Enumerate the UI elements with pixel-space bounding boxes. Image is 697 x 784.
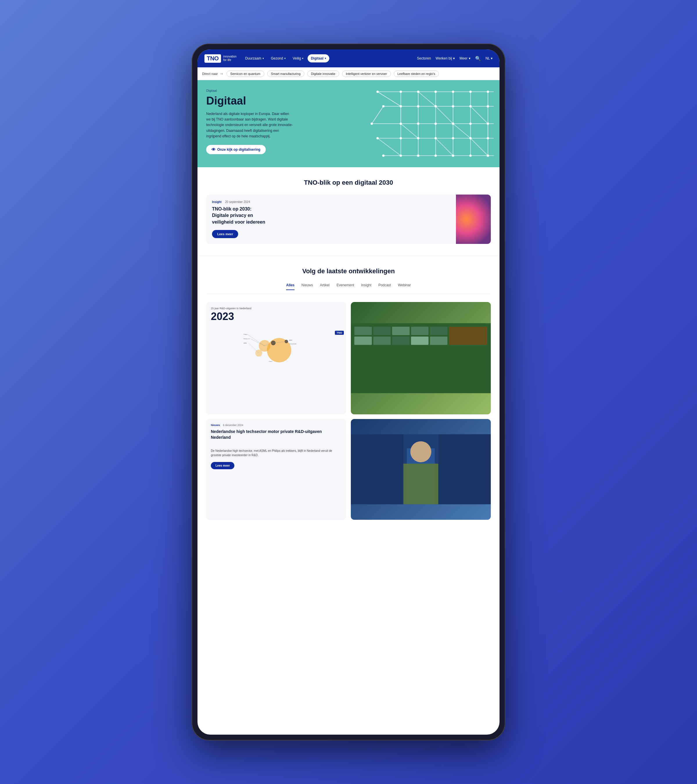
nav-meer[interactable]: Meer ▾ bbox=[460, 56, 470, 60]
svg-point-38 bbox=[400, 122, 402, 125]
logo-block[interactable]: TNO innovationfor life bbox=[204, 54, 236, 63]
chart-card: 25 jaar R&D-uitgaven in Nederland 2023 T… bbox=[206, 302, 346, 414]
subnav-pill-4[interactable]: Leefbare steden en regio's bbox=[394, 71, 439, 77]
direct-naar-label: Direct naar → bbox=[202, 71, 224, 76]
svg-line-19 bbox=[436, 138, 453, 156]
section-blik-title: TNO-blik op een digitaal 2030 bbox=[206, 179, 491, 186]
nav-werken-bij[interactable]: Werken bij ▾ bbox=[436, 56, 455, 60]
svg-text:ASML: ASML bbox=[244, 343, 247, 344]
svg-text:Philips: Philips bbox=[244, 334, 247, 335]
nav-right: Sectoren Werken bij ▾ Meer ▾ 🔍 NL ▾ bbox=[417, 56, 493, 61]
tab-nieuws[interactable]: Nieuws bbox=[302, 283, 313, 290]
chevron-down-icon: ▾ bbox=[453, 56, 455, 60]
tab-artikel[interactable]: Artikel bbox=[320, 283, 330, 290]
svg-point-24 bbox=[400, 91, 402, 93]
svg-line-14 bbox=[418, 92, 436, 106]
chevron-down-icon: ▾ bbox=[325, 57, 326, 60]
svg-rect-77 bbox=[392, 327, 409, 335]
svg-point-32 bbox=[417, 105, 419, 107]
svg-point-40 bbox=[435, 122, 437, 125]
svg-rect-80 bbox=[354, 336, 372, 345]
svg-point-52 bbox=[400, 155, 402, 157]
svg-line-15 bbox=[436, 106, 453, 124]
chart-subtitle: 25 jaar R&D-uitgaven in Nederland bbox=[211, 306, 341, 310]
subnav-pill-0[interactable]: Semicon en quantum bbox=[227, 71, 264, 77]
svg-text:Canon: Canon bbox=[269, 361, 272, 362]
svg-point-28 bbox=[469, 91, 472, 93]
svg-point-26 bbox=[435, 91, 437, 93]
chevron-down-icon: ▾ bbox=[302, 57, 303, 60]
bubble-chart-svg: Philips Boeing.com ASML ASML €741,300,00… bbox=[206, 328, 346, 363]
svg-point-54 bbox=[435, 155, 437, 157]
tab-webinar[interactable]: Webinar bbox=[398, 283, 411, 290]
article-meta: Insight 20 september 2024 bbox=[212, 200, 450, 204]
logo-tno: TNO bbox=[204, 54, 221, 63]
nav-gezond[interactable]: Gezond ▾ bbox=[268, 54, 289, 62]
article-card-techsector: Nieuws 6 december 2024 Nederlandse high … bbox=[206, 419, 346, 519]
language-selector[interactable]: NL ▾ bbox=[486, 56, 493, 60]
chevron-down-icon: ▾ bbox=[491, 56, 493, 60]
main-nav: Duurzaam ▾ Gezond ▾ Veilig ▾ Digitaal ▾ bbox=[242, 54, 411, 63]
nav-duurzaam[interactable]: Duurzaam ▾ bbox=[242, 54, 267, 62]
article-image-lights bbox=[456, 194, 491, 244]
svg-point-27 bbox=[452, 91, 454, 93]
svg-point-33 bbox=[435, 105, 437, 107]
hero-title: Digitaal bbox=[206, 95, 293, 107]
techsector-date: 6 december 2024 bbox=[223, 424, 243, 427]
svg-point-51 bbox=[382, 155, 384, 157]
chevron-down-icon: ▾ bbox=[469, 56, 470, 60]
svg-point-41 bbox=[452, 122, 454, 125]
tab-podcast[interactable]: Podcast bbox=[378, 283, 391, 290]
svg-rect-83 bbox=[411, 336, 428, 345]
search-icon[interactable]: 🔍 bbox=[475, 56, 481, 61]
nav-veilig[interactable]: Veilig ▾ bbox=[290, 54, 306, 62]
network-graphic-svg bbox=[360, 80, 499, 167]
svg-rect-89 bbox=[404, 464, 438, 504]
hero-body: Nederland als digitale koploper in Europ… bbox=[206, 111, 293, 139]
hero-section: Digitaal Digitaal Nederland als digitale… bbox=[198, 80, 499, 167]
techsector-title: Nederlandse high techsector motor privat… bbox=[211, 429, 341, 440]
section-blik: TNO-blik op een digitaal 2030 Insight 20… bbox=[198, 167, 499, 255]
svg-point-43 bbox=[487, 122, 489, 125]
techsector-meta: Nieuws 6 december 2024 bbox=[211, 424, 341, 427]
top-navigation: TNO innovationfor life Duurzaam ▾ Gezond… bbox=[198, 49, 499, 68]
nav-sectoren[interactable]: Sectoren bbox=[417, 56, 431, 60]
article-card-image bbox=[456, 194, 491, 244]
tab-alles[interactable]: Alles bbox=[286, 283, 295, 290]
read-more-button-blik[interactable]: Lees meer bbox=[212, 230, 238, 238]
chart-year: 2023 bbox=[211, 310, 341, 323]
svg-point-36 bbox=[487, 105, 489, 107]
svg-point-31 bbox=[400, 105, 402, 107]
filter-tabs: Alles Nieuws Artikel Evenement Insight P… bbox=[206, 283, 491, 294]
subnav-pill-1[interactable]: Smart manufacturing bbox=[267, 71, 304, 77]
svg-line-20 bbox=[470, 138, 488, 156]
tab-insight[interactable]: Insight bbox=[361, 283, 371, 290]
quantum-image bbox=[351, 419, 491, 519]
svg-text:ASML: ASML bbox=[289, 339, 293, 341]
svg-point-34 bbox=[452, 105, 454, 107]
logistics-image bbox=[351, 302, 491, 414]
svg-rect-79 bbox=[430, 327, 447, 335]
subnav-pill-2[interactable]: Digitale innovatie bbox=[307, 71, 339, 77]
svg-rect-84 bbox=[430, 336, 447, 345]
techsector-body: De Nederlandse high techsector, met ASML… bbox=[206, 449, 346, 462]
svg-point-56 bbox=[469, 155, 472, 157]
svg-line-11 bbox=[377, 92, 401, 106]
svg-text:Boeing.com: Boeing.com bbox=[244, 338, 250, 339]
eye-icon: 👁 bbox=[211, 147, 216, 152]
tab-evenement[interactable]: Evenement bbox=[336, 283, 354, 290]
hero-breadcrumb: Digitaal bbox=[206, 89, 293, 92]
svg-point-57 bbox=[487, 155, 489, 157]
svg-rect-76 bbox=[373, 327, 391, 335]
svg-rect-78 bbox=[411, 327, 428, 335]
chart-card-inner: 25 jaar R&D-uitgaven in Nederland 2023 bbox=[206, 302, 346, 328]
subnav-pill-3[interactable]: Intelligent verkeer en vervoer bbox=[342, 71, 391, 77]
svg-point-37 bbox=[371, 122, 373, 125]
svg-point-44 bbox=[376, 137, 379, 139]
svg-point-29 bbox=[487, 91, 489, 93]
svg-point-42 bbox=[469, 122, 472, 125]
hero-cta-button[interactable]: 👁 Onze kijk op digitalisering bbox=[206, 145, 266, 154]
device-frame: TNO innovationfor life Duurzaam ▾ Gezond… bbox=[192, 44, 505, 740]
nav-digitaal[interactable]: Digitaal ▾ bbox=[308, 54, 329, 63]
read-more-techsector[interactable]: Lees meer bbox=[211, 462, 234, 469]
